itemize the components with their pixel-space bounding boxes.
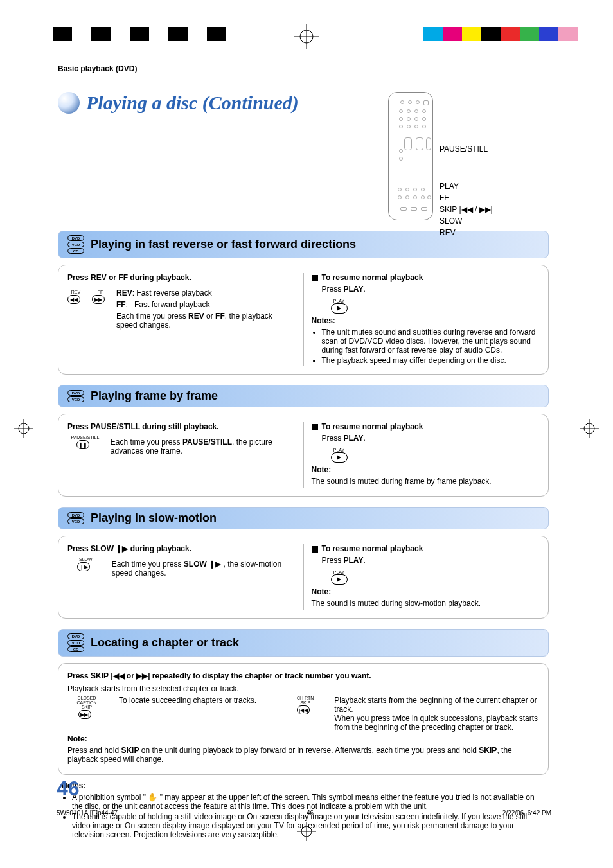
footer: 5W50101A [E]p44-47 46 2/22/06, 6:42 PM <box>57 810 551 817</box>
instruction-sub: Playback starts from the selected chapte… <box>67 684 539 693</box>
note-head: Note: <box>312 465 332 474</box>
disc-dvd-icon: DVD <box>67 512 84 518</box>
pause-icon-label: PAUSE/STILL <box>67 435 103 439</box>
note: The unit mutes sound and subtitles durin… <box>322 328 540 355</box>
disc-dvd-icon: DVD <box>67 390 84 396</box>
play-button-icon: PLAY <box>331 570 348 585</box>
slow-icon-label: SLOW <box>67 557 104 562</box>
ff-button-icon: ▶▶ <box>92 295 105 304</box>
square-icon <box>312 546 318 553</box>
t: Each time you press <box>112 560 184 569</box>
ff-desc: Fast forward playback <box>134 300 209 309</box>
locate-right-text: Playback starts from the beginning of th… <box>334 696 539 732</box>
note-head: Note: <box>67 734 87 743</box>
section-title-frame: DVD VCD Playing frame by frame <box>58 385 549 407</box>
remote-label-slow: SLOW <box>440 215 493 227</box>
instruction-head: Press SKIP |◀◀ or ▶▶| repeatedly to disp… <box>67 671 539 680</box>
note: The sound is muted during slow-motion pl… <box>312 599 540 608</box>
divider <box>303 422 304 488</box>
t: Press <box>322 556 344 565</box>
disc-vcd-icon: VCD <box>67 396 84 402</box>
t: . <box>363 556 365 565</box>
disc-cd-icon: CD <box>67 248 84 254</box>
remote-label-pause: PAUSE/STILL <box>440 143 493 155</box>
t: on the unit during playback to play forw… <box>139 746 479 755</box>
remote-diagram: PAUSE/STILL PLAY FF SKIP |◀◀ / ▶▶| SLOW … <box>388 92 549 220</box>
divider <box>303 273 304 366</box>
color-bar-strip <box>423 27 578 41</box>
rule <box>58 76 549 76</box>
t: . <box>363 285 365 294</box>
t-slow: SLOW <box>184 560 207 569</box>
section-heading: Playing frame by frame <box>91 389 218 403</box>
t: Press and hold <box>67 746 121 755</box>
t: . <box>363 434 365 443</box>
t: Press <box>322 285 344 294</box>
global-notes-head: Notes: <box>62 781 545 790</box>
slow-glyph-icon: ❙▶ <box>116 544 128 553</box>
t-play: PLAY <box>344 556 364 565</box>
resume-head: To resume normal playback <box>322 273 423 282</box>
disc-icons: DVD VCD <box>66 390 85 402</box>
square-icon <box>312 424 318 430</box>
t-ff: FF <box>215 312 225 321</box>
notes-head: Notes: <box>312 316 335 325</box>
remote-label-ff: FF <box>440 192 493 204</box>
t-rev: REV <box>188 312 204 321</box>
resume-head: To resume normal playback <box>322 422 423 431</box>
page-title: Playing a disc (Continued) <box>58 92 375 114</box>
remote-label-play: PLAY <box>440 181 493 192</box>
cc-label: CLOSED CAPTION <box>67 696 106 705</box>
footer-file: 5W50101A [E]p44-47 <box>57 810 118 817</box>
note: The playback speed may differ depending … <box>322 356 540 365</box>
disc-icons: DVD VCD CD <box>66 235 85 254</box>
section-heading: Playing in slow-motion <box>91 511 217 525</box>
t-play: PLAY <box>344 434 364 443</box>
instruction-head: Press SLOW ❙▶ during playback. <box>67 544 296 553</box>
remote-label-skip: SKIP |◀◀ / ▶▶| <box>440 204 493 215</box>
t-skip: SKIP <box>479 746 497 755</box>
chrtn-label: CH RTN <box>289 696 321 700</box>
note-head: Note: <box>312 587 332 596</box>
disc-vcd-icon: VCD <box>67 640 84 646</box>
ff-icon-label: FF <box>92 290 109 294</box>
disc-vcd-icon: VCD <box>67 518 84 524</box>
locate-left-text: To locate succeeding chapters or tracks. <box>119 696 276 732</box>
t: Each time you press <box>111 438 182 447</box>
play-button-icon: PLAY <box>331 299 348 314</box>
disc-dvd-icon: DVD <box>67 633 84 639</box>
rev-bold: REV <box>116 288 132 297</box>
remote-label-rev: REV <box>440 227 493 238</box>
square-icon <box>312 275 318 281</box>
disc-cd-icon: CD <box>67 646 84 652</box>
section-body-ffrev: Press REV or FF during playback. REV◀◀ F… <box>58 265 549 375</box>
disc-vcd-icon: VCD <box>67 242 84 247</box>
footer-date: 2/22/06, 6:42 PM <box>502 810 551 817</box>
t: Press <box>322 434 344 443</box>
page-title-text: Playing a disc (Continued) <box>86 92 299 114</box>
t-play: PLAY <box>344 285 364 294</box>
page-number: 46 <box>57 777 80 801</box>
skip-label: SKIP <box>289 700 321 705</box>
disc-icons: DVD VCD CD <box>66 633 85 652</box>
ornament-orb-icon <box>58 92 80 114</box>
disc-dvd-icon: DVD <box>67 235 84 241</box>
slow-button-icon: ❙▶ <box>77 562 90 571</box>
black-bar-strip <box>53 27 226 41</box>
rev-button-icon: ◀◀ <box>67 295 80 304</box>
rev-desc: Fast reverse playback <box>136 288 211 297</box>
section-title-slow: DVD VCD Playing in slow-motion <box>58 507 549 529</box>
remote-labels: PAUSE/STILL PLAY FF SKIP |◀◀ / ▶▶| SLOW … <box>440 143 493 238</box>
t-skip: SKIP <box>121 746 139 755</box>
disc-icons: DVD VCD <box>66 512 85 524</box>
registration-cross-icon <box>14 419 33 438</box>
skip-label: SKIP <box>67 705 106 709</box>
play-button-icon: PLAY <box>331 448 348 463</box>
footer-page: 46 <box>306 810 314 817</box>
section-body-locate: Press SKIP |◀◀ or ▶▶| repeatedly to disp… <box>58 663 549 775</box>
remote-outline <box>388 92 433 220</box>
resume-head: To resume normal playback <box>322 544 423 553</box>
registration-cross-icon <box>294 24 319 49</box>
section-heading: Locating a chapter or track <box>91 636 239 650</box>
t-pause: PAUSE/STILL <box>182 438 232 447</box>
